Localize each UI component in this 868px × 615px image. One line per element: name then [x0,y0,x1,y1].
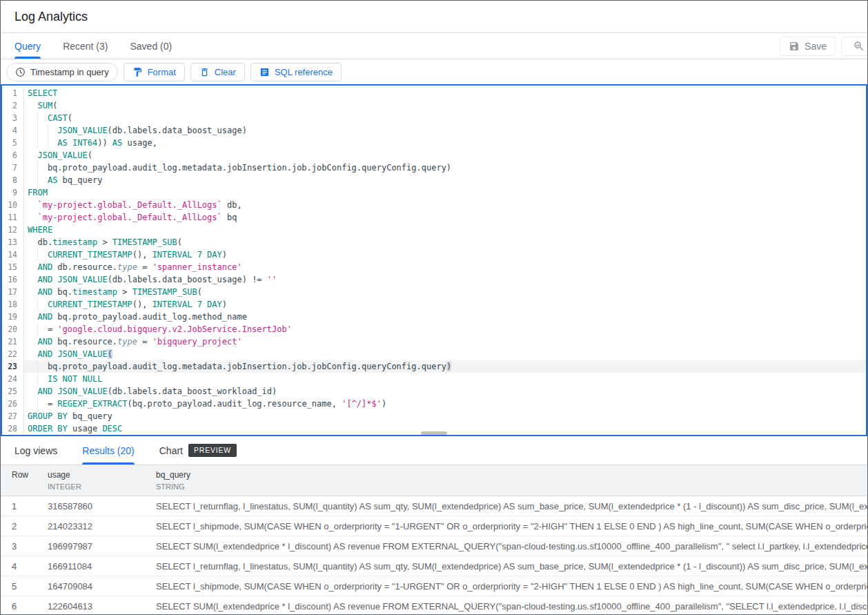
code-text: AS INT64)) AS usage, [24,137,866,149]
column-header-bq-query: bq_query [156,470,867,480]
code-line[interactable]: 22 AND JSON_VALUE( [2,348,866,360]
tab-results[interactable]: Results (20) [82,436,134,465]
trash-icon [199,67,210,77]
clock-icon [15,67,26,77]
timestamp-in-query-chip[interactable]: Timestamp in query [6,63,118,81]
tab-log-views[interactable]: Log views [14,436,57,465]
column-type-usage: INTEGER [48,482,156,491]
tab-recent[interactable]: Recent (3) [63,33,108,59]
code-line[interactable]: 13 db.timestamp > TIMESTAMP_SUB( [2,236,866,248]
line-number: 20 [2,323,24,335]
code-line[interactable]: 15 AND db.resource.type = 'spanner_insta… [2,261,866,273]
code-line[interactable]: 27GROUP BY bq_query [2,410,866,422]
code-text: SELECT [24,87,866,99]
search-insights-icon [853,40,865,52]
app-header: Log Analytics [1,1,867,33]
code-line[interactable]: 18 CURRENT_TIMESTAMP(), INTERVAL 7 DAY) [2,298,866,311]
tab-saved[interactable]: Saved (0) [130,33,172,59]
table-row[interactable]: 5164709084SELECT l_shipmode, SUM(CASE WH… [1,576,867,596]
line-number: 13 [2,236,24,248]
code-text: AND bq.resource.type = 'bigquery_project… [24,335,866,348]
code-line[interactable]: 21 AND bq.resource.type = 'bigquery_proj… [2,335,866,348]
table-row[interactable]: 6122604613SELECT SUM(l_extendedprice * l… [1,596,867,615]
results-table-header: Row usage INTEGER bq_query STRING [1,465,867,496]
code-line[interactable]: 1SELECT [2,87,866,99]
line-number: 19 [2,311,24,323]
code-line[interactable]: 10 `my-project.global._Default._AllLogs`… [2,199,866,211]
bq-query-cell: SELECT l_shipmode, SUM(CASE WHEN o_order… [156,521,867,531]
code-lines: 1SELECT2 SUM(3 CAST(4 JSON_VALUE(db.labe… [2,87,866,435]
code-line[interactable]: 23 bq.proto_payload.audit_log.metadata.j… [2,360,866,373]
code-text: AND db.resource.type = 'spanner_instance… [24,261,866,273]
line-number: 22 [2,348,24,360]
code-line[interactable]: 17 AND bq.timestamp > TIMESTAMP_SUB( [2,286,866,298]
code-text: = 'google.cloud.bigquery.v2.JobService.I… [24,323,866,335]
line-number: 6 [2,149,24,162]
column-header-usage: usage [48,470,156,480]
code-line[interactable]: 5 AS INT64)) AS usage, [2,137,866,149]
row-number-cell: 5 [1,581,48,592]
usage-cell: 316587860 [48,501,156,511]
line-number: 4 [2,124,24,137]
bq-query-cell: SELECT l_returnflag, l_linestatus, SUM(l… [156,561,867,572]
code-text: `my-project.global._Default._AllLogs` db… [24,199,866,211]
tab-query[interactable]: Query [14,33,41,59]
row-number-cell: 2 [1,521,48,531]
code-line[interactable]: 3 CAST( [2,112,866,124]
usage-cell: 196997987 [48,541,156,551]
code-line[interactable]: 16 AND JSON_VALUE(db.labels.data_boost_u… [2,273,866,286]
code-line[interactable]: 4 JSON_VALUE(db.labels.data_boost_usage) [2,124,866,137]
code-line[interactable]: 26 = REGEXP_EXTRACT(bq.proto_payload.aud… [2,398,866,410]
code-text: = REGEXP_EXTRACT(bq.proto_payload.audit_… [24,398,866,410]
sql-editor[interactable]: 1SELECT2 SUM(3 CAST(4 JSON_VALUE(db.labe… [1,84,867,436]
code-text: AS bq_query [24,174,866,186]
line-number: 18 [2,298,24,311]
code-text: CURRENT_TIMESTAMP(), INTERVAL 7 DAY) [24,248,866,261]
line-number: 14 [2,248,24,261]
code-text: AND bq.timestamp > TIMESTAMP_SUB( [24,286,866,298]
code-text: IS NOT NULL [24,373,866,385]
table-row[interactable]: 2214023312SELECT l_shipmode, SUM(CASE WH… [1,516,867,536]
code-line[interactable]: 25 AND JSON_VALUE(db.labels.data_boost_w… [2,385,866,398]
code-line[interactable]: 12WHERE [2,224,866,236]
code-line[interactable]: 11 `my-project.global._Default._AllLogs`… [2,211,866,224]
query-insights-button[interactable] [841,37,868,56]
page-title: Log Analytics [14,10,88,24]
query-tabbar: Query Recent (3) Saved (0) Save [1,33,867,59]
line-number: 2 [2,99,24,112]
panel-resize-handle[interactable] [421,431,447,435]
code-line[interactable]: 20 = 'google.cloud.bigquery.v2.JobServic… [2,323,866,335]
code-text: GROUP BY bq_query [24,410,866,422]
line-number: 9 [2,186,24,199]
code-line[interactable]: 14 CURRENT_TIMESTAMP(), INTERVAL 7 DAY) [2,248,866,261]
code-text: JSON_VALUE(db.labels.data_boost_usage) [24,124,866,137]
code-line[interactable]: 8 AS bq_query [2,174,866,186]
tab-chart[interactable]: Chart PREVIEW [159,436,237,465]
table-row[interactable]: 3196997987SELECT SUM(l_extendedprice * l… [1,536,867,556]
code-line[interactable]: 9FROM [2,186,866,199]
sql-reference-button[interactable]: SQL reference [250,63,342,81]
sql-reference-label: SQL reference [275,67,333,77]
row-number-cell: 1 [1,501,48,511]
usage-cell: 122604613 [48,601,156,612]
results-rows: 1316587860SELECT l_returnflag, l_linesta… [1,496,867,615]
format-button[interactable]: Format [124,63,185,81]
line-number: 28 [2,422,24,435]
code-line[interactable]: 19 AND bq.proto_payload.audit_log.method… [2,311,866,323]
table-row[interactable]: 1316587860SELECT l_returnflag, l_linesta… [1,496,867,516]
clear-button[interactable]: Clear [190,63,245,81]
save-button-label: Save [805,41,827,52]
code-text: AND bq.proto_payload.audit_log.method_na… [24,311,866,323]
code-text: db.timestamp > TIMESTAMP_SUB( [24,236,866,248]
row-number-cell: 3 [1,541,48,551]
bq-query-cell: SELECT SUM(l_extendedprice * l_discount)… [156,601,867,612]
results-tabbar: Log views Results (20) Chart PREVIEW [1,436,867,465]
line-number: 7 [2,162,24,174]
line-number: 17 [2,286,24,298]
table-row[interactable]: 4166911084SELECT l_returnflag, l_linesta… [1,556,867,576]
code-line[interactable]: 6 JSON_VALUE( [2,149,866,162]
code-line[interactable]: 7 bq.proto_payload.audit_log.metadata.jo… [2,162,866,174]
save-button[interactable]: Save [780,37,836,56]
code-line[interactable]: 2 SUM( [2,99,866,112]
code-line[interactable]: 24 IS NOT NULL [2,373,866,385]
